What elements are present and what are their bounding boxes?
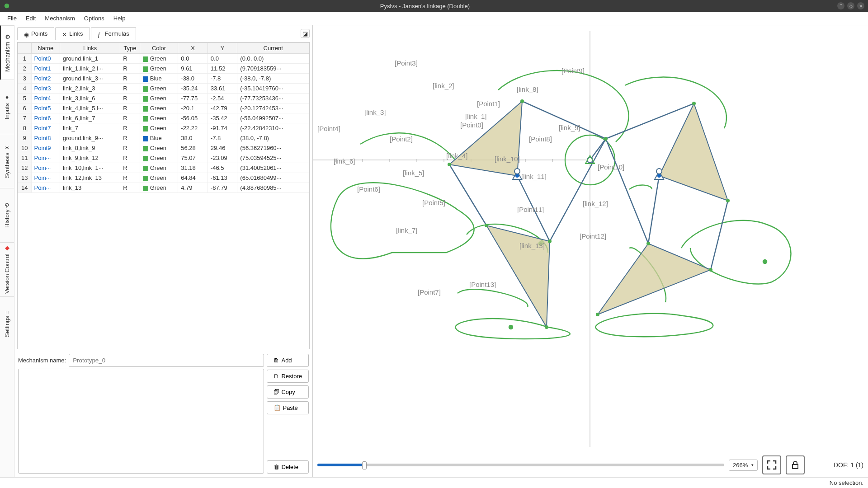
table-row[interactable]: 1Point0ground,link_1RGreen0.00.0(0.0, 0.… <box>18 54 309 64</box>
table-row[interactable]: 11Poin···link_9,link_12RGreen75.07-23.09… <box>18 153 309 163</box>
column-header[interactable]: Type <box>120 43 140 54</box>
dof-label: DOF: 1 (1) <box>834 461 863 469</box>
delete-button[interactable]: 🗑Delete <box>267 460 309 474</box>
svg-point-42 <box>692 102 696 105</box>
svg-point-39 <box>548 239 552 243</box>
table-row[interactable]: 2Point1link_1,link_2,l···RGreen9.6111.52… <box>18 64 309 74</box>
points-table[interactable]: NameLinksTypeColorXYCurrent1Point0ground… <box>17 42 310 349</box>
table-row[interactable]: 10Point9link_8,link_9RGreen56.2829.46(56… <box>18 143 309 153</box>
svg-point-37 <box>515 174 519 178</box>
table-row[interactable]: 14Poin···link_13RGreen4.79-87.79(4.88768… <box>18 183 309 193</box>
menu-mechanism[interactable]: Mechanism <box>40 13 79 23</box>
svg-line-22 <box>550 139 606 241</box>
column-header[interactable]: Y <box>208 43 237 54</box>
menu-file[interactable]: File <box>3 13 21 23</box>
zoom-bar: 266% DOF: 1 (1) <box>313 453 868 477</box>
table-row[interactable]: 12Poin···link_10,link_1···RGreen31.18-46… <box>18 163 309 173</box>
svg-marker-19 <box>598 244 711 314</box>
add-button[interactable]: 🗎Add <box>267 354 309 367</box>
table-row[interactable]: 7Point6link_6,link_7RGreen-56.05-35.42(-… <box>18 113 309 123</box>
maximize-button[interactable]: ◇ <box>847 2 854 9</box>
window-title: Pyslvs - Jansen's linkage (Double) <box>13 3 837 9</box>
statusbar: No selection. <box>0 477 868 488</box>
svg-point-45 <box>646 242 650 245</box>
svg-point-44 <box>726 199 730 202</box>
zoom-slider[interactable] <box>317 464 724 466</box>
svg-rect-48 <box>793 465 798 469</box>
table-row[interactable]: 13Poin···link_12,link_13RGreen64.84-61.1… <box>18 173 309 183</box>
vtab-synthesis[interactable]: Synthesis✶ <box>0 134 14 188</box>
tab-formulas[interactable]: ƒFormulas <box>91 27 136 40</box>
tab-points[interactable]: ◉Points <box>17 27 54 40</box>
titlebar: Pyslvs - Jansen's linkage (Double) ˅ ◇ ✕ <box>0 0 868 12</box>
table-row[interactable]: 5Point4link_3,link_6RGreen-77.75-2.54(-7… <box>18 94 309 103</box>
restore-button[interactable]: 🗋Restore <box>267 370 309 383</box>
svg-point-32 <box>656 169 662 174</box>
menubar: File Edit Mechanism Options Help <box>0 12 868 25</box>
minimize-button[interactable]: ˅ <box>837 2 844 9</box>
column-header[interactable]: Name <box>31 43 60 54</box>
svg-point-41 <box>545 325 548 329</box>
vtab-history[interactable]: History⟲ <box>0 188 14 242</box>
data-tabs: ◉Points ✕Links ƒFormulas ◪ <box>15 26 311 40</box>
svg-marker-16 <box>449 101 522 176</box>
svg-line-27 <box>648 176 659 244</box>
mechanism-form: Mechanism name: 🗎Add 🗋Restore 🗐Copy 📋Pas… <box>15 351 311 476</box>
table-row[interactable]: 8Point7link_7RGreen-22.22-91.74(-22.4284… <box>18 123 309 133</box>
column-header[interactable]: X <box>178 43 208 54</box>
zoom-thumb[interactable] <box>362 461 367 469</box>
vtab-inputs[interactable]: Inputs● <box>0 80 14 134</box>
menu-edit[interactable]: Edit <box>21 13 40 23</box>
svg-point-46 <box>709 268 712 272</box>
vtab-version-control[interactable]: Version Control◆ <box>0 242 14 296</box>
tab-links[interactable]: ✕Links <box>55 27 90 40</box>
column-header[interactable] <box>18 43 32 54</box>
app-icon <box>4 3 10 9</box>
canvas-area: [Point0][Point1][Point2][Point3][Point4]… <box>313 25 868 477</box>
svg-point-15 <box>763 260 767 263</box>
description-box[interactable] <box>18 369 264 474</box>
expand-panel-button[interactable]: ◪ <box>301 29 310 38</box>
mechanism-canvas[interactable]: [Point0][Point1][Point2][Point3][Point4]… <box>313 25 868 453</box>
table-row[interactable]: 4Point3link_2,link_3RGreen-35.2433.61(-3… <box>18 84 309 94</box>
svg-point-30 <box>514 169 520 174</box>
vertical-tab-bar: Mechanism⚙ Inputs● Synthesis✶ History⟲ V… <box>0 25 14 477</box>
column-header[interactable]: Links <box>60 43 120 54</box>
column-header[interactable]: Color <box>140 43 178 54</box>
left-panel: ◉Points ✕Links ƒFormulas ◪ NameLinksType… <box>14 25 313 477</box>
mechanism-svg <box>313 25 868 453</box>
vtab-settings[interactable]: Settings≡ <box>0 296 14 351</box>
svg-line-23 <box>517 176 550 241</box>
svg-point-40 <box>485 224 488 227</box>
zoom-percentage[interactable]: 266% <box>729 460 758 471</box>
vtab-mechanism[interactable]: Mechanism⚙ <box>0 25 14 80</box>
paste-button[interactable]: 📋Paste <box>267 401 309 414</box>
mechanism-name-input[interactable] <box>69 354 264 367</box>
svg-point-35 <box>520 99 524 103</box>
svg-point-43 <box>657 174 661 178</box>
svg-marker-18 <box>659 103 728 201</box>
close-button[interactable]: ✕ <box>857 2 864 9</box>
lock-button[interactable] <box>786 455 805 474</box>
window-controls: ˅ ◇ ✕ <box>837 2 864 9</box>
table-row[interactable]: 3Point2ground,link_3···RBlue-38.0-7.8(-3… <box>18 74 309 84</box>
svg-line-21 <box>522 101 606 139</box>
table-row[interactable]: 6Point5link_4,link_5,l···RGreen-20.1-42.… <box>18 103 309 113</box>
svg-line-28 <box>711 201 728 270</box>
svg-line-24 <box>449 164 486 225</box>
statusbar-text: No selection. <box>830 479 863 486</box>
mechanism-name-label: Mechanism name: <box>18 357 66 364</box>
svg-point-47 <box>596 313 599 316</box>
svg-line-26 <box>606 139 648 244</box>
svg-point-36 <box>448 163 451 166</box>
menu-help[interactable]: Help <box>109 13 130 23</box>
svg-point-0 <box>5 4 9 9</box>
menu-options[interactable]: Options <box>80 13 109 23</box>
copy-button[interactable]: 🗐Copy <box>267 385 309 399</box>
table-row[interactable]: 9Point8ground,link_9···RBlue38.0-7.8(38.… <box>18 133 309 143</box>
svg-marker-17 <box>486 225 550 327</box>
svg-point-38 <box>604 137 608 141</box>
column-header[interactable]: Current <box>237 43 309 54</box>
fit-button[interactable] <box>762 455 781 474</box>
svg-point-14 <box>509 325 513 329</box>
